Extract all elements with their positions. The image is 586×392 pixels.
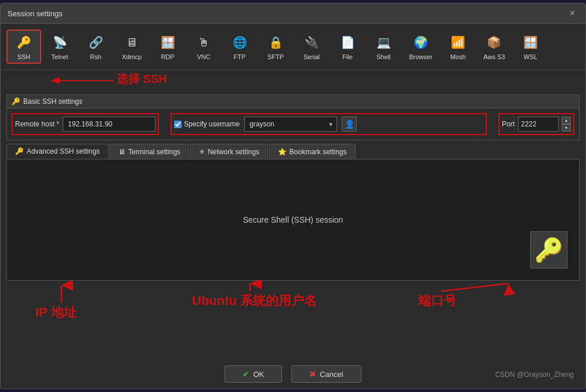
protocol-serial[interactable]: 🔌 Serial [294, 28, 329, 65]
bookmark-icon: ⭐ [278, 148, 287, 156]
protocol-rsh[interactable]: 🔗 Rsh [78, 28, 113, 65]
ssh-label: SSH [17, 53, 31, 60]
wsl-label: WSL [524, 53, 538, 60]
tab-advanced-ssh[interactable]: 🔑 Advanced SSH settings [6, 144, 108, 159]
cancel-button[interactable]: ✖ Cancel [291, 365, 361, 383]
cancel-icon: ✖ [309, 369, 316, 379]
xdmcp-label: Xdmcp [122, 53, 142, 60]
dialog-title: Session settings [8, 9, 63, 18]
specify-username-checkbox[interactable] [174, 121, 182, 128]
mosh-label: Mosh [450, 53, 466, 60]
rdp-label: RDP [161, 53, 174, 60]
protocol-shell[interactable]: 💻 Shell [366, 28, 401, 65]
basic-ssh-fields: Remote host * Specify username grayson ▼… [6, 108, 580, 140]
mosh-icon: 📶 [448, 33, 467, 52]
annotation-username: Ubuntu 系统的用户名 [192, 292, 317, 310]
telnet-icon: 📡 [50, 33, 69, 52]
username-select[interactable]: grayson [244, 117, 337, 132]
username-group: Specify username grayson ▼ 👤 [171, 113, 487, 135]
tabs-row: 🔑 Advanced SSH settings 🖥 Terminal setti… [6, 144, 580, 159]
annotations-area: IP 地址 Ubuntu 系统的用户名 端口号 [1, 281, 585, 356]
protocol-ftp[interactable]: 🌐 FTP [222, 28, 257, 65]
vnc-icon: 🖱 [194, 33, 213, 52]
browser-label: Browser [409, 53, 432, 60]
footer: ✔ OK ✖ Cancel CSDN @Grayson_Zheng [1, 360, 585, 389]
cancel-label: Cancel [320, 370, 343, 379]
protocol-sftp[interactable]: 🔒 SFTP [258, 28, 293, 65]
add-user-button[interactable]: 👤 [342, 117, 357, 132]
tab-bookmark[interactable]: ⭐ Bookmark settings [269, 144, 356, 159]
network-icon: ✳ [199, 148, 205, 156]
annotation-port: 端口号 [418, 292, 457, 310]
remote-host-label: Remote host * [15, 120, 59, 128]
csdn-credit: CSDN @Grayson_Zheng [495, 371, 574, 379]
key-icon: 🔑 [534, 237, 563, 264]
terminal-label: Terminal settings [128, 148, 180, 156]
rsh-label: Rsh [90, 53, 102, 60]
shell-label: Shell [377, 53, 390, 60]
tab-terminal[interactable]: 🖥 Terminal settings [110, 144, 189, 159]
specify-username-label: Specify username [184, 120, 240, 128]
tab-network[interactable]: ✳ Network settings [190, 144, 268, 159]
advanced-ssh-icon: 🔑 [15, 147, 24, 155]
port-input[interactable] [518, 117, 559, 132]
key-icon-box: 🔑 [530, 231, 567, 268]
sftp-label: SFTP [267, 53, 284, 60]
protocol-row: 🔑 SSH 📡 Telnet 🔗 Rsh 🖥 Xdmcp 🪟 RDP 🖱 VNC… [1, 24, 585, 70]
close-button[interactable]: × [566, 7, 578, 20]
protocol-ssh[interactable]: 🔑 SSH [6, 30, 41, 64]
username-select-wrapper: grayson ▼ [244, 117, 337, 132]
basic-ssh-header: 🔑 Basic SSH settings [6, 95, 580, 108]
serial-icon: 🔌 [302, 33, 321, 52]
advanced-ssh-label: Advanced SSH settings [27, 147, 100, 155]
telnet-label: Telnet [51, 53, 68, 60]
port-increment-button[interactable]: ▲ [562, 117, 571, 124]
protocol-awss3[interactable]: 📦 Aws S3 [476, 28, 512, 65]
content-area: Secure Shell (SSH) session 🔑 [6, 159, 580, 281]
basic-ssh-section: 🔑 Basic SSH settings Remote host * Speci… [6, 95, 580, 140]
ok-label: OK [253, 370, 264, 379]
annotation-select-ssh: 选择 SSH [117, 71, 167, 87]
protocol-mosh[interactable]: 📶 Mosh [440, 28, 475, 65]
protocol-rdp[interactable]: 🪟 RDP [150, 28, 185, 65]
protocol-file[interactable]: 📄 File [330, 28, 365, 65]
remote-host-group: Remote host * [12, 113, 159, 135]
ok-icon: ✔ [243, 369, 249, 379]
xdmcp-icon: 🖥 [122, 33, 141, 52]
protocol-telnet[interactable]: 📡 Telnet [42, 28, 77, 65]
add-user-icon: 👤 [345, 119, 355, 129]
awss3-label: Aws S3 [483, 53, 505, 60]
ssh-description: Secure Shell (SSH) session [243, 215, 343, 224]
awss3-icon: 📦 [485, 33, 504, 52]
port-spinner: ▲ ▼ [562, 117, 571, 132]
rsh-icon: 🔗 [86, 33, 105, 52]
file-icon: 📄 [338, 33, 357, 52]
remote-host-input[interactable] [63, 117, 155, 132]
sftp-icon: 🔒 [266, 33, 285, 52]
terminal-icon: 🖥 [118, 148, 125, 156]
network-label: Network settings [208, 148, 259, 156]
ftp-label: FTP [234, 53, 246, 60]
port-label: Port [502, 120, 515, 128]
protocol-vnc[interactable]: 🖱 VNC [186, 28, 221, 65]
wsl-icon: 🪟 [521, 33, 540, 52]
bookmark-label: Bookmark settings [290, 148, 347, 156]
shell-icon: 💻 [374, 33, 393, 52]
title-bar: Session settings × [1, 3, 585, 24]
port-group: Port ▲ ▼ [498, 113, 574, 135]
footer-buttons: ✔ OK ✖ Cancel [200, 365, 387, 383]
protocol-browser[interactable]: 🌍 Browser [402, 28, 439, 65]
session-settings-dialog: Session settings × 🔑 SSH 📡 Telnet 🔗 Rsh … [0, 3, 586, 389]
arrow-select-ssh [1, 70, 585, 91]
specify-username-checkbox-label[interactable]: Specify username [174, 120, 240, 128]
basic-ssh-title: Basic SSH settings [23, 97, 82, 106]
file-label: File [342, 53, 353, 60]
protocol-xdmcp[interactable]: 🖥 Xdmcp [114, 28, 149, 65]
port-decrement-button[interactable]: ▼ [562, 124, 571, 132]
serial-label: Serial [303, 53, 320, 60]
protocol-wsl[interactable]: 🪟 WSL [513, 28, 548, 65]
ftp-icon: 🌐 [230, 33, 249, 52]
vnc-label: VNC [197, 53, 210, 60]
svg-line-3 [442, 284, 508, 291]
ok-button[interactable]: ✔ OK [225, 365, 282, 383]
